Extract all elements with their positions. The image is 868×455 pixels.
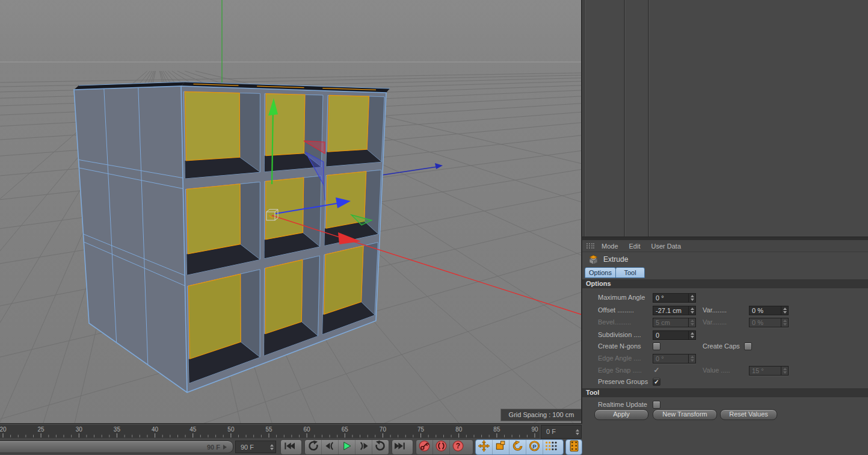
value-field[interactable]: 5 cm bbox=[653, 318, 696, 327]
play-icon bbox=[339, 439, 355, 455]
autokey-ring-button[interactable] bbox=[432, 440, 449, 454]
menu-edit[interactable]: Edit bbox=[629, 243, 641, 250]
tab-tool[interactable]: Tool bbox=[615, 267, 645, 278]
spinner-arrows[interactable] bbox=[688, 306, 695, 315]
next-key-button[interactable] bbox=[372, 440, 389, 454]
current-frame-value: 0 F bbox=[541, 426, 574, 438]
preview-range-slider[interactable]: 90 F bbox=[0, 441, 233, 453]
spinner-arrows[interactable] bbox=[268, 441, 275, 453]
attribute-row: Preserve Groups✓ bbox=[582, 377, 868, 386]
field-label: Realtime Update bbox=[598, 401, 647, 408]
field-label: Edge Snap ..... bbox=[598, 367, 642, 374]
timeline-film-button[interactable] bbox=[566, 440, 582, 454]
previous-frame-button[interactable] bbox=[321, 440, 338, 454]
menu-user-data[interactable]: User Data bbox=[651, 243, 682, 250]
column-divider bbox=[583, 0, 585, 237]
keyframe-question-button[interactable]: ? bbox=[449, 440, 466, 454]
spinner-arrows[interactable] bbox=[688, 318, 695, 327]
grid-spacing-label: Grid Spacing : 100 cm bbox=[500, 409, 582, 421]
attribute-row: Create N-gonsCreate Caps bbox=[582, 342, 868, 351]
field-label: Preserve Groups bbox=[598, 378, 648, 385]
checkbox[interactable]: ✓ bbox=[653, 367, 660, 374]
section-header-tool[interactable]: Tool bbox=[582, 388, 868, 397]
spinner-arrows[interactable] bbox=[688, 354, 695, 363]
record-position-icon bbox=[476, 439, 492, 455]
spinner-arrows[interactable] bbox=[574, 426, 581, 438]
field-label: Offset ......... bbox=[598, 306, 634, 314]
section-header-options[interactable]: Options bbox=[582, 279, 868, 288]
value-field[interactable]: 0 bbox=[653, 330, 696, 340]
value-field[interactable]: 0 ° bbox=[653, 354, 696, 364]
svg-text:35: 35 bbox=[114, 426, 121, 433]
record-pla-icon bbox=[543, 439, 559, 455]
timeline-ruler[interactable]: 202530354045505560657075808590 bbox=[0, 425, 540, 438]
spinner-arrows[interactable] bbox=[688, 294, 695, 302]
next-frame-button[interactable] bbox=[355, 440, 372, 454]
attribute-row: Edge Angle .... 0 ° bbox=[582, 354, 868, 363]
spinner-arrows[interactable] bbox=[781, 318, 788, 327]
value-field[interactable]: 15 ° bbox=[749, 366, 789, 376]
svg-text:50: 50 bbox=[227, 426, 235, 433]
timeline-bar: 202530354045505560657075808590 0 F 90 F … bbox=[0, 423, 582, 455]
object-manager-panel[interactable] bbox=[582, 0, 868, 237]
spinner-arrows[interactable] bbox=[781, 367, 788, 375]
record-parameter-icon: P bbox=[526, 439, 543, 455]
selected-polygon[interactable] bbox=[186, 184, 240, 254]
cinema4d-window: Grid Spacing : 100 cm Mode Edit User Dat… bbox=[0, 0, 868, 455]
perspective-viewport[interactable] bbox=[0, 0, 582, 423]
next-frame-icon bbox=[356, 439, 372, 455]
go-to-end-button[interactable] bbox=[392, 440, 408, 454]
checkbox[interactable]: ✓ bbox=[653, 378, 660, 386]
value-field[interactable]: 0 % bbox=[749, 318, 789, 327]
checkbox[interactable] bbox=[653, 401, 660, 409]
apply-button[interactable]: Apply bbox=[594, 409, 648, 420]
attribute-row: Subdivision .... 0 bbox=[582, 330, 868, 339]
record-position-button[interactable] bbox=[476, 440, 492, 454]
selected-polygon[interactable] bbox=[328, 95, 369, 152]
go-to-start-icon bbox=[281, 439, 297, 455]
tab-options[interactable]: Options bbox=[585, 267, 616, 278]
svg-text:80: 80 bbox=[455, 426, 463, 433]
selected-polygon[interactable] bbox=[185, 91, 239, 160]
record-scale-button[interactable] bbox=[492, 440, 509, 454]
selected-polygon[interactable] bbox=[266, 94, 305, 156]
column-divider bbox=[624, 0, 626, 237]
attribute-row: Maximum Angle 0 ° bbox=[582, 293, 868, 302]
record-pla-button[interactable] bbox=[543, 440, 559, 454]
range-end-handle-icon[interactable] bbox=[223, 445, 227, 450]
spinner-arrows[interactable] bbox=[688, 331, 695, 339]
value-field[interactable]: 0 % bbox=[749, 306, 789, 315]
go-to-start-button[interactable] bbox=[281, 440, 297, 454]
reset-values-button[interactable]: Reset Values bbox=[720, 409, 777, 420]
record-rotation-button[interactable] bbox=[509, 440, 526, 454]
current-frame-field[interactable]: 0 F bbox=[541, 425, 582, 439]
grip-dots-icon[interactable] bbox=[586, 243, 594, 249]
field-label: Create Caps bbox=[703, 342, 740, 350]
spinner-arrows[interactable] bbox=[781, 306, 788, 315]
end-frame-field[interactable]: 90 F bbox=[235, 441, 276, 453]
record-key-button[interactable] bbox=[416, 440, 432, 454]
end-frame-value: 90 F bbox=[236, 441, 268, 453]
extrude-icon bbox=[588, 255, 599, 265]
menu-mode[interactable]: Mode bbox=[602, 243, 618, 250]
field-label: Edge Angle .... bbox=[598, 354, 641, 362]
value-field[interactable]: -27.1 cm bbox=[653, 306, 696, 315]
new-transform-button[interactable]: New Transform bbox=[653, 409, 717, 420]
go-to-end-icon bbox=[392, 439, 408, 455]
svg-text:25: 25 bbox=[38, 426, 45, 433]
record-rotation-icon bbox=[509, 439, 526, 455]
selected-polygon[interactable] bbox=[265, 260, 303, 334]
record-scale-icon bbox=[493, 439, 509, 455]
field-label: Var........ bbox=[703, 318, 727, 326]
record-parameter-button[interactable]: P bbox=[526, 440, 543, 454]
checkbox[interactable] bbox=[653, 342, 660, 350]
range-end-label: 90 F bbox=[207, 444, 220, 451]
previous-key-icon bbox=[305, 439, 321, 455]
previous-key-button[interactable] bbox=[305, 440, 321, 454]
selected-polygon[interactable] bbox=[266, 178, 304, 240]
checkbox[interactable] bbox=[744, 342, 752, 350]
play-button[interactable] bbox=[338, 440, 355, 454]
value-field[interactable]: 0 ° bbox=[653, 293, 696, 303]
attribute-row: Offset ......... -27.1 cmVar........ 0 % bbox=[582, 306, 868, 315]
column-divider bbox=[648, 0, 650, 237]
